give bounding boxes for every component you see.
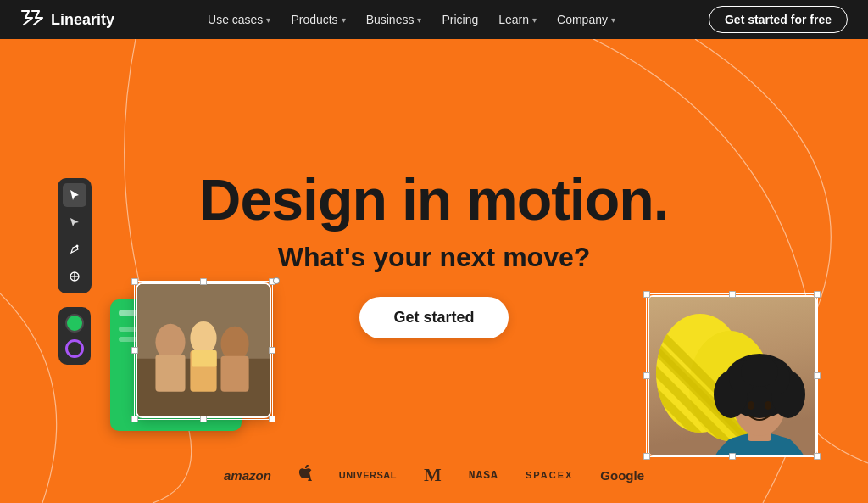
hero-title: Design in motion. — [199, 170, 668, 230]
svg-point-10 — [220, 327, 248, 361]
cursor-dot — [273, 277, 280, 284]
nav-label-pricing: Pricing — [442, 13, 478, 26]
chevron-down-icon: ▾ — [342, 15, 346, 25]
get-started-button[interactable]: Get started for free — [709, 6, 848, 33]
svg-point-0 — [76, 244, 79, 247]
pen-tool-button[interactable] — [63, 238, 86, 261]
nav-item-company[interactable]: Company ▾ — [548, 8, 624, 31]
svg-point-42 — [741, 356, 778, 387]
nav-label-products: Products — [291, 13, 337, 26]
chevron-down-icon: ▾ — [532, 15, 537, 25]
hero-subtitle: What's your next move? — [278, 241, 591, 273]
brand-google: Google — [600, 468, 644, 483]
navbar: Linearity Use cases ▾ Products ▾ Busines… — [0, 0, 868, 39]
hero-section: Design in motion. What's your next move?… — [0, 39, 868, 503]
color-green-button[interactable] — [65, 314, 84, 333]
hero-cta-button[interactable]: Get started — [359, 297, 508, 338]
brand-amazon: amazon — [224, 468, 271, 483]
chevron-down-icon: ▾ — [611, 15, 615, 25]
color-purple-button[interactable] — [65, 339, 84, 358]
nav-links: Use cases ▾ Products ▾ Business ▾ Pricin… — [199, 8, 624, 31]
right-photo-container — [648, 295, 817, 456]
toolbar-colors-group — [58, 307, 91, 365]
nav-label-company: Company — [557, 13, 608, 26]
brand-spacex: SPACEX — [526, 470, 573, 480]
nav-item-usecases[interactable]: Use cases ▾ — [199, 8, 279, 31]
svg-point-43 — [748, 401, 754, 410]
collage-photo-card — [136, 282, 271, 418]
chevron-down-icon: ▾ — [417, 15, 421, 25]
chevron-down-icon: ▾ — [266, 15, 270, 25]
brand-logos: amazon UNIVERSAL M NASA SPACEX Google — [224, 464, 644, 486]
toolbar-tools-group — [58, 178, 92, 293]
cursor-tool-button[interactable] — [63, 183, 86, 207]
nav-label-learn: Learn — [498, 13, 529, 26]
nav-item-products[interactable]: Products ▾ — [282, 8, 353, 31]
svg-point-8 — [190, 321, 216, 355]
left-collage — [110, 282, 280, 452]
nav-label-business: Business — [366, 13, 415, 26]
nav-item-learn[interactable]: Learn ▾ — [490, 8, 545, 31]
brand-apple — [298, 465, 312, 485]
brand-mcdonalds: M — [424, 464, 442, 486]
svg-rect-12 — [192, 350, 216, 367]
right-image — [639, 291, 817, 461]
photo-people — [137, 284, 270, 416]
brand-nasa: NASA — [469, 469, 498, 482]
right-photo-person — [649, 297, 815, 455]
nav-item-pricing[interactable]: Pricing — [433, 8, 487, 31]
arrow-tool-button[interactable] — [63, 210, 86, 234]
logo[interactable]: Linearity — [20, 9, 114, 31]
svg-rect-11 — [220, 356, 248, 392]
brand-universal: UNIVERSAL — [339, 470, 397, 480]
logo-icon — [20, 9, 44, 31]
nav-item-business[interactable]: Business ▾ — [358, 8, 431, 31]
shape-tool-button[interactable] — [63, 265, 86, 288]
nav-label-usecases: Use cases — [208, 13, 263, 26]
logo-text: Linearity — [51, 11, 114, 29]
toolbar — [58, 178, 92, 365]
svg-point-44 — [765, 401, 771, 410]
svg-rect-7 — [155, 355, 185, 392]
